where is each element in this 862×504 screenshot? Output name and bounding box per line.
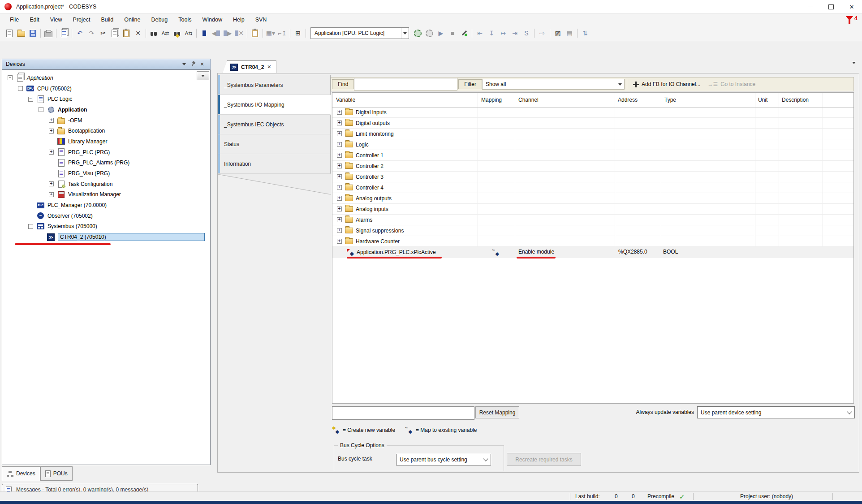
- next-bookmark-icon[interactable]: ▶: [222, 28, 233, 39]
- print-icon[interactable]: [43, 28, 54, 39]
- tab-close-icon[interactable]: ✕: [267, 64, 271, 70]
- column-header-unit[interactable]: Unit: [758, 93, 767, 107]
- tree-item-plc-logic[interactable]: PLC Logic: [2, 94, 207, 104]
- table-row[interactable]: Analog outputs: [332, 193, 853, 204]
- tree-item-prg-plc[interactable]: PRG_PLC (PRG): [2, 147, 207, 158]
- expand-icon[interactable]: [337, 228, 342, 233]
- menu-online[interactable]: Online: [119, 14, 146, 26]
- tree-item-ctr04-2-selected[interactable]: ≫ CTR04_2 (705010): [2, 232, 207, 242]
- tab-systembus-iec-objects[interactable]: _Systembus IEC Objects: [218, 115, 331, 134]
- chevron-down-icon[interactable]: [401, 28, 409, 39]
- expand-icon[interactable]: [337, 164, 342, 168]
- tree-item-plc-manager[interactable]: PLC PLC_Manager (70.0000): [2, 200, 207, 211]
- close-button[interactable]: ✕: [841, 0, 862, 13]
- chevron-down-icon[interactable]: [481, 459, 491, 461]
- run-to-cursor-icon[interactable]: ⇥: [509, 28, 521, 39]
- goto-instance-button[interactable]: →☰ Go to Instance: [704, 78, 759, 90]
- expand-icon[interactable]: [337, 131, 342, 136]
- menu-file[interactable]: File: [4, 14, 24, 26]
- find-instance-icon[interactable]: [171, 28, 183, 39]
- tab-ctr04-2[interactable]: ≫ CTR04_2 ✕: [223, 60, 276, 73]
- bookmark-icon[interactable]: [198, 28, 210, 39]
- paste-icon[interactable]: [121, 28, 132, 39]
- tab-devices[interactable]: Devices: [2, 466, 40, 481]
- expand-icon[interactable]: [337, 110, 342, 115]
- always-update-combo[interactable]: Use parent device setting: [697, 406, 855, 418]
- column-header-variable[interactable]: Variable: [336, 93, 355, 107]
- expand-icon[interactable]: [337, 121, 342, 125]
- tree-item-library-manager[interactable]: Library Manager: [2, 136, 207, 147]
- grid-icon[interactable]: ▦▾: [265, 28, 276, 39]
- save-icon[interactable]: [27, 28, 39, 39]
- tree-item-task-configuration[interactable]: Task Configuration: [2, 179, 207, 190]
- collapse-icon[interactable]: [8, 75, 13, 80]
- collapse-icon[interactable]: [28, 224, 33, 229]
- mapping-edit-input[interactable]: [332, 406, 474, 420]
- unforce-values-icon[interactable]: ▤: [564, 28, 575, 39]
- new-file-icon[interactable]: [4, 28, 15, 39]
- expand-icon[interactable]: [337, 207, 342, 211]
- replace-instance-icon[interactable]: A⇆: [183, 28, 194, 39]
- tab-list-dropdown-icon[interactable]: [852, 64, 856, 70]
- sync-icon[interactable]: ⇅: [579, 28, 591, 39]
- collapse-icon[interactable]: [28, 97, 33, 102]
- tree-item-systembus[interactable]: Systembus (705000): [2, 221, 207, 232]
- table-row[interactable]: Digital inputs: [332, 107, 853, 118]
- column-header-description[interactable]: Description: [782, 93, 809, 107]
- expand-icon[interactable]: [49, 118, 54, 123]
- collapse-icon[interactable]: [18, 86, 23, 91]
- minimize-button[interactable]: [800, 0, 821, 13]
- tree-item-visualization-manager[interactable]: Visualization Manager: [2, 190, 207, 200]
- clear-bookmarks-icon[interactable]: ✕: [233, 28, 245, 39]
- expand-icon[interactable]: [337, 239, 342, 244]
- expand-icon[interactable]: [337, 196, 342, 201]
- menu-project[interactable]: Project: [68, 14, 96, 26]
- expand-icon[interactable]: [337, 185, 342, 190]
- expand-icon[interactable]: [49, 181, 54, 186]
- single-cycle-icon[interactable]: S: [521, 28, 532, 39]
- stop-icon[interactable]: ■: [447, 28, 458, 39]
- table-row[interactable]: Limit monitoring: [332, 129, 853, 139]
- expand-icon[interactable]: [337, 142, 342, 147]
- menu-debug[interactable]: Debug: [146, 14, 173, 26]
- tree-item-project[interactable]: Application: [2, 73, 207, 83]
- open-file-icon[interactable]: [15, 28, 27, 39]
- table-row[interactable]: Controller 2: [332, 161, 853, 172]
- menu-svn[interactable]: SVN: [250, 14, 272, 26]
- tree-item-oem[interactable]: -OEM: [2, 115, 207, 126]
- active-application-combo[interactable]: Application [CPU: PLC Logic]: [310, 27, 409, 39]
- menu-window[interactable]: Window: [197, 14, 227, 26]
- column-header-address[interactable]: Address: [618, 93, 638, 107]
- device-table-icon[interactable]: ⊞: [292, 28, 304, 39]
- copy-project-icon[interactable]: [58, 28, 70, 39]
- reset-mapping-button[interactable]: Reset Mapping: [475, 406, 519, 418]
- tab-status[interactable]: Status: [218, 134, 331, 154]
- table-row[interactable]: Controller 4: [332, 182, 853, 193]
- table-row[interactable]: Controller 1: [332, 150, 853, 161]
- maximize-button[interactable]: [821, 0, 841, 13]
- add-fb-button[interactable]: Add FB for IO Channel...: [629, 78, 704, 90]
- step-out-icon[interactable]: ↦: [497, 28, 509, 39]
- find-input[interactable]: [354, 78, 457, 90]
- menu-view[interactable]: View: [45, 14, 68, 26]
- replace-icon[interactable]: A⇄: [159, 28, 171, 39]
- tree-item-observer[interactable]: ~ Observer (705002): [2, 211, 207, 221]
- cut-icon[interactable]: ✂: [97, 28, 109, 39]
- table-row[interactable]: Analog inputs: [332, 204, 853, 215]
- expand-icon[interactable]: [49, 192, 54, 197]
- tab-pous[interactable]: POUs: [40, 466, 73, 481]
- expand-icon[interactable]: [337, 153, 342, 158]
- panel-menu-icon[interactable]: [180, 63, 189, 65]
- step-over-icon[interactable]: ⇤: [474, 28, 486, 39]
- menu-tools[interactable]: Tools: [173, 14, 197, 26]
- table-row[interactable]: Logic: [332, 139, 853, 150]
- table-row[interactable]: Controller 3: [332, 172, 853, 182]
- tab-systembus-io-mapping[interactable]: _Systembus I/O Mapping: [218, 95, 331, 115]
- tree-item-bootapplication[interactable]: Bootapplication: [2, 125, 207, 136]
- table-row[interactable]: Digital outputs: [332, 118, 853, 129]
- rebuild-icon[interactable]: [423, 28, 435, 39]
- table-row[interactable]: Alarms: [332, 215, 853, 225]
- pin-icon[interactable]: [189, 61, 198, 67]
- undo-icon[interactable]: ↶: [74, 28, 86, 39]
- table-row-variable[interactable]: Application.PRG_PLC.xPlcActive: [332, 247, 853, 258]
